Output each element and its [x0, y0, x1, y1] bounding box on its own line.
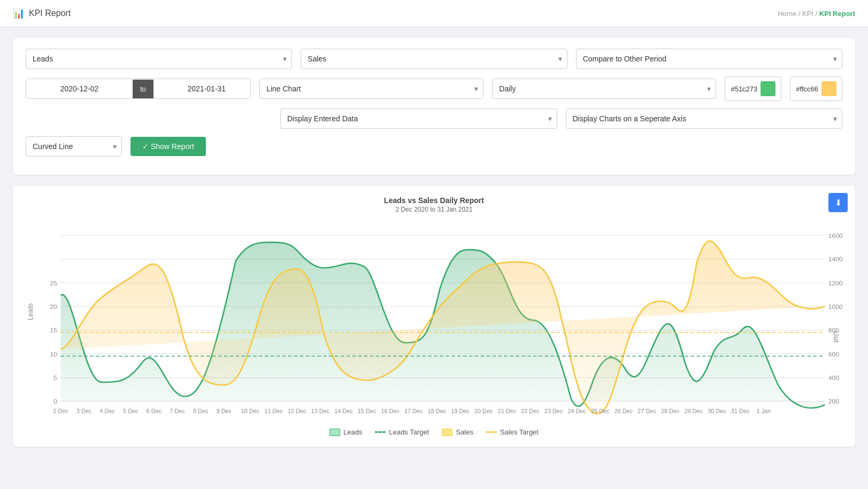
svg-text:6 Dec: 6 Dec [147, 408, 162, 414]
legend-leads-target: Leads Target [375, 428, 429, 436]
svg-text:600: 600 [828, 351, 839, 358]
legend-leads-target-label: Leads Target [389, 428, 429, 436]
svg-text:29 Dec: 29 Dec [685, 408, 703, 414]
chart-subtitle: 2 Dec 2020 to 31 Jan 2021 [26, 206, 842, 213]
svg-text:10: 10 [50, 351, 58, 358]
legend-leads-label: Leads [343, 428, 362, 436]
color1-swatch [761, 81, 775, 96]
chart-card: ⬇ Leads vs Sales Daily Report 2 Dec 2020… [13, 185, 855, 447]
chart-type-select[interactable]: Line Chart Bar Chart Area Chart [259, 79, 483, 99]
chart-type-wrap: Line Chart Bar Chart Area Chart [259, 79, 483, 99]
svg-text:21 Dec: 21 Dec [498, 408, 517, 414]
svg-text:17 Dec: 17 Dec [404, 408, 423, 414]
interval-select[interactable]: Daily Weekly Monthly [492, 79, 716, 99]
compare-select[interactable]: Compare to Other Period None [576, 49, 842, 69]
svg-text:1200: 1200 [828, 280, 842, 287]
svg-text:24 Dec: 24 Dec [567, 408, 586, 414]
metric1-select[interactable]: Leads Contacts Opportunities [26, 49, 292, 69]
svg-text:200: 200 [828, 398, 839, 405]
compare-wrap: Compare to Other Period None [576, 49, 842, 69]
svg-text:18 Dec: 18 Dec [428, 408, 447, 414]
legend-sales-target-swatch [486, 431, 497, 433]
color2-swatch [821, 81, 836, 96]
legend-leads: Leads [329, 428, 362, 436]
chart-axis-wrap: Display Charts on a Seperate Axis Displa… [566, 108, 843, 129]
svg-text:10 Dec: 10 Dec [241, 408, 260, 414]
svg-text:19 Dec: 19 Dec [451, 408, 470, 414]
color1-text: #51c273 [731, 85, 757, 93]
svg-text:22 Dec: 22 Dec [521, 408, 540, 414]
metric1-wrap: Leads Contacts Opportunities [26, 49, 292, 69]
interval-wrap: Daily Weekly Monthly [492, 79, 716, 99]
breadcrumb-home[interactable]: Home [778, 10, 796, 18]
svg-text:1600: 1600 [828, 232, 842, 239]
date-sep: to [133, 80, 153, 98]
svg-text:8 Dec: 8 Dec [193, 408, 209, 414]
app-title-text: KPI Report [29, 9, 71, 18]
legend-leads-swatch [329, 429, 340, 436]
svg-text:400: 400 [828, 374, 839, 382]
svg-text:1 Jan: 1 Jan [756, 408, 771, 414]
line-style-select[interactable]: Curved Line Straight Line [26, 136, 122, 157]
filter-card: Leads Contacts Opportunities Sales Reven… [13, 38, 855, 175]
svg-text:15: 15 [50, 327, 58, 334]
color2-wrap[interactable]: #ffcc66 [790, 76, 842, 101]
display-data-select[interactable]: Display Entered Data Display All Data [280, 108, 557, 129]
breadcrumb: Home / KPI / KPI Report [778, 10, 855, 18]
chart-legend: Leads Leads Target Sales Sales Target [26, 428, 842, 436]
legend-sales-target: Sales Target [486, 428, 539, 436]
legend-sales-target-label: Sales Target [500, 428, 539, 436]
svg-text:26 Dec: 26 Dec [614, 408, 633, 414]
filter-row-1: Leads Contacts Opportunities Sales Reven… [26, 49, 842, 69]
svg-text:7 Dec: 7 Dec [170, 408, 185, 414]
svg-text:20: 20 [50, 303, 58, 311]
legend-sales-label: Sales [456, 428, 473, 436]
svg-text:15 Dec: 15 Dec [358, 408, 377, 414]
breadcrumb-kpi[interactable]: KPI [802, 10, 813, 18]
metric2-select[interactable]: Sales Revenue Deals [301, 49, 567, 69]
svg-text:4 Dec: 4 Dec [99, 408, 115, 414]
svg-text:5: 5 [53, 374, 57, 382]
svg-text:16 Dec: 16 Dec [381, 408, 400, 414]
legend-leads-target-swatch [375, 431, 386, 433]
chart-svg: 0 5 10 15 20 25 Leads 200 400 600 800 10… [26, 219, 842, 422]
chart-axis-select[interactable]: Display Charts on a Seperate Axis Displa… [566, 108, 843, 129]
svg-text:28 Dec: 28 Dec [661, 408, 680, 414]
svg-text:30 Dec: 30 Dec [708, 408, 726, 414]
show-report-button[interactable]: ✓ Show Report [130, 137, 206, 156]
svg-text:5 Dec: 5 Dec [123, 408, 139, 414]
date-to-input[interactable] [153, 79, 251, 98]
svg-text:Leads: Leads [27, 303, 34, 320]
svg-text:20 Dec: 20 Dec [474, 408, 493, 414]
date-range: to [26, 79, 251, 99]
color2-text: #ffcc66 [796, 85, 818, 93]
legend-sales: Sales [442, 428, 473, 436]
download-button[interactable]: ⬇ [828, 193, 848, 212]
top-nav: 📊 KPI Report Home / KPI / KPI Report [0, 0, 868, 27]
svg-text:25: 25 [50, 280, 58, 287]
svg-text:Usd: Usd [832, 331, 840, 343]
svg-text:23 Dec: 23 Dec [544, 408, 563, 414]
line-style-wrap: Curved Line Straight Line [26, 136, 122, 157]
download-icon: ⬇ [835, 198, 842, 208]
svg-text:0: 0 [53, 398, 57, 405]
svg-text:1400: 1400 [828, 255, 842, 263]
svg-text:2 Dec: 2 Dec [53, 408, 68, 414]
date-from-input[interactable] [26, 79, 133, 98]
svg-text:12 Dec: 12 Dec [288, 408, 306, 414]
metric2-wrap: Sales Revenue Deals [301, 49, 567, 69]
svg-text:1000: 1000 [828, 303, 842, 311]
svg-text:27 Dec: 27 Dec [637, 408, 656, 414]
svg-text:9 Dec: 9 Dec [217, 408, 232, 414]
filter-row-3: Display Entered Data Display All Data Di… [26, 108, 842, 129]
filter-row-4: Curved Line Straight Line ✓ Show Report [26, 136, 842, 157]
svg-text:3 Dec: 3 Dec [76, 408, 92, 414]
kpi-icon: 📊 [13, 7, 25, 19]
svg-text:31 Dec: 31 Dec [731, 408, 750, 414]
legend-sales-swatch [442, 429, 452, 436]
chart-title: Leads vs Sales Daily Report [26, 196, 842, 205]
display-data-wrap: Display Entered Data Display All Data [280, 108, 557, 129]
color1-wrap[interactable]: #51c273 [725, 76, 781, 101]
svg-text:13 Dec: 13 Dec [311, 408, 330, 414]
svg-text:14 Dec: 14 Dec [334, 408, 353, 414]
